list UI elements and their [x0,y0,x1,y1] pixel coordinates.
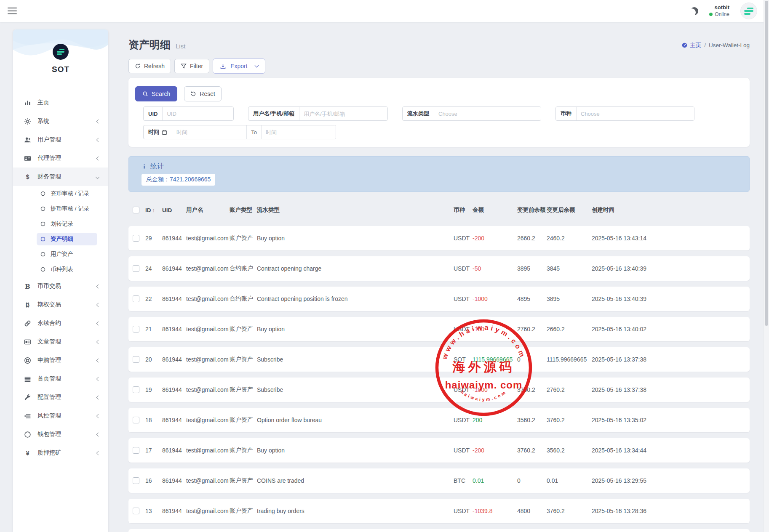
sidebar-item[interactable]: 配置管理 [13,388,108,407]
row-checkbox[interactable] [133,477,139,484]
svg-text:$: $ [26,173,29,180]
sidebar-item[interactable]: 风控管理 [13,407,108,425]
col-id[interactable]: ID↑ [145,207,162,213]
chevron-left-icon [96,284,101,288]
search-button[interactable]: Search [135,86,177,101]
sidebar-item[interactable]: 首页管理 [13,370,108,388]
cell-account-type: 合约账户 [230,265,257,272]
cell-coin: BTC [454,477,473,484]
avatar[interactable] [740,3,757,19]
cell-created-time: 2025-05-16 13:35:02 [592,417,745,423]
chevron-left-icon [96,321,101,325]
sidebar-item-label: 首页管理 [37,375,61,383]
time-to-input[interactable] [262,125,336,139]
sidebar-subitem[interactable]: 划转记录 [13,216,108,231]
username-field-group: 用户名/手机/邮箱 [248,106,388,121]
chevron-left-icon [96,451,101,455]
chevron-down-icon [254,64,259,68]
cell-account-type: 账户资产 [230,234,257,242]
cell-before-balance: 3760.2 [517,447,547,454]
sidebar-item[interactable]: 代理管理 [13,149,108,168]
scrollbar-thumb[interactable] [765,1,768,326]
sidebar-item[interactable]: 系统 [13,112,108,130]
cell-uid: 861944 [162,386,186,393]
cell-created-time: 2025-05-16 13:34:44 [592,447,745,454]
row-checkbox[interactable] [133,386,139,393]
radio-circle-icon [40,266,46,272]
coin-select[interactable] [577,107,694,120]
cell-uid: 861944 [162,235,186,242]
cell-created-time: 2025-05-16 13:43:14 [592,235,745,242]
chevron-left-icon [96,340,101,344]
cell-username: test@gmail.com [186,417,230,423]
id-card-icon [24,155,32,162]
menu-toggle-icon[interactable] [8,8,17,14]
export-button[interactable]: Export [213,59,265,74]
sort-asc-icon[interactable]: ↑ [152,207,155,213]
row-checkbox[interactable] [133,356,139,363]
sidebar-item[interactable]: 申购管理 [13,351,108,370]
cell-before-balance: 0 [517,477,547,484]
calendar-icon [162,130,167,135]
sidebar-subitem[interactable]: 充币审核 / 记录 [13,186,108,201]
filter-button[interactable]: Filter [174,59,209,73]
wallet-circle-icon [24,431,32,438]
row-checkbox[interactable] [133,447,139,454]
row-checkbox[interactable] [133,265,139,272]
chevron-left-icon [96,156,101,160]
sidebar-item[interactable]: $ 财务管理 [13,168,108,186]
flow-type-select[interactable] [434,107,541,120]
sidebar-item[interactable]: 主页 [13,93,108,112]
sidebar-subitem[interactable]: 用户资产 [13,247,108,262]
uid-input[interactable] [163,107,233,120]
cell-after-balance: 2760.2 [547,386,592,393]
time-from-input[interactable] [172,125,246,139]
breadcrumb-current: User-Wallet-Log [709,42,750,48]
col-username: 用户名 [186,206,230,214]
cell-created-time: 2025-05-16 13:29:55 [592,477,745,484]
table-row: 20 861944 test@gmail.com 账户资产 Subscribe … [128,347,750,372]
cell-amount: 1115.99669665 [473,356,517,363]
radio-circle-icon [40,251,46,257]
users-icon [24,136,32,144]
cell-id: 13 [145,508,162,514]
user-name: sotbit [709,4,729,11]
col-flow-type: 流水类型 [257,206,454,214]
row-checkbox[interactable] [133,295,139,302]
sidebar-subitem[interactable]: 资产明细 [13,231,108,247]
dark-mode-icon[interactable] [690,7,698,15]
flow-type-field-group: 流水类型 [402,106,541,121]
sidebar-item[interactable]: 钱包管理 [13,425,108,444]
sidebar-subitem[interactable]: 提币审核 / 记录 [13,201,108,216]
sidebar-item[interactable]: B 期权交易 [13,295,108,314]
cell-account-type: 账户资产 [230,356,257,363]
brand-logo-icon [744,6,753,16]
row-checkbox[interactable] [133,508,139,514]
row-checkbox[interactable] [133,417,139,423]
chevron-down-icon [96,175,100,179]
radio-circle-icon [40,206,46,212]
sidebar-header: SOT [13,29,108,93]
sidebar-subitem[interactable]: 币种列表 [13,262,108,277]
sidebar-item[interactable]: 文章管理 [13,332,108,351]
sidebar-item[interactable]: 用户管理 [13,130,108,149]
row-checkbox[interactable] [133,235,139,242]
chevron-left-icon [96,119,101,123]
funnel-icon [181,63,187,69]
refresh-button[interactable]: Refresh [128,59,171,73]
cell-username: test@gmail.com [186,356,230,363]
row-checkbox[interactable] [133,326,139,332]
select-all-checkbox[interactable] [133,207,139,213]
username-input[interactable] [299,107,387,120]
sidebar-item[interactable]: 永续合约 [13,314,108,332]
reset-button[interactable]: Reset [184,86,222,101]
cell-after-balance: 2460.2 [547,235,592,242]
refresh-icon [135,63,141,69]
sidebar-item[interactable]: B 币币交易 [13,277,108,295]
sidebar-item[interactable]: ¥ 质押挖矿 [13,444,108,462]
page-title: 资产明细 [128,38,171,52]
cell-id: 21 [145,326,162,332]
cell-id: 24 [145,265,162,272]
sidebar-item-label: 财务管理 [37,173,61,181]
breadcrumb-home-link[interactable]: 主页 [681,42,701,49]
